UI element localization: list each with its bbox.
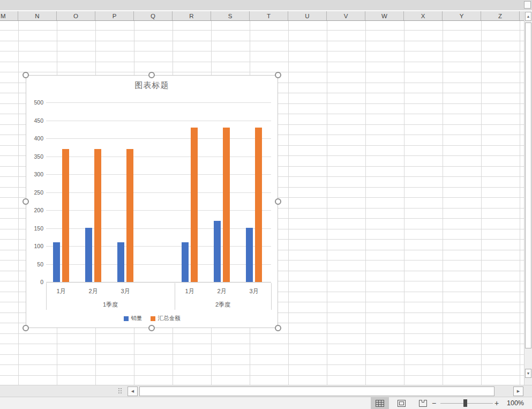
y-axis-tick-label[interactable]: 50 bbox=[26, 261, 43, 268]
y-gridline bbox=[46, 102, 271, 103]
page-layout-icon bbox=[398, 400, 406, 407]
bar-2-1[interactable] bbox=[62, 149, 69, 282]
column-header-x[interactable]: X bbox=[404, 11, 443, 20]
chart-legend[interactable]: 销量汇总金额 bbox=[26, 315, 278, 322]
resize-handle-n[interactable] bbox=[148, 72, 155, 78]
bar-1-4[interactable] bbox=[182, 242, 189, 282]
column-header-t[interactable]: T bbox=[250, 11, 288, 20]
vertical-split-handle[interactable] bbox=[524, 1, 531, 9]
column-header-p[interactable]: P bbox=[95, 11, 134, 20]
month-label[interactable]: 3月 bbox=[238, 287, 270, 295]
zoom-slider-thumb[interactable] bbox=[463, 399, 467, 407]
column-header-n[interactable]: N bbox=[18, 11, 57, 20]
scroll-up-button[interactable]: ▲ bbox=[525, 12, 531, 21]
column-header-v[interactable]: V bbox=[327, 11, 365, 20]
column-header-o[interactable]: O bbox=[57, 11, 95, 20]
y-gridline bbox=[46, 264, 271, 265]
column-header-w[interactable]: W bbox=[365, 11, 404, 20]
y-axis-tick-label[interactable]: 400 bbox=[26, 135, 43, 142]
grid-hline bbox=[0, 51, 524, 51]
y-gridline bbox=[46, 121, 271, 121]
bar-2-6[interactable] bbox=[255, 128, 262, 282]
grid-vline bbox=[443, 21, 443, 385]
sheet-tab-resize-grip[interactable] bbox=[118, 388, 123, 395]
scroll-left-icon: ◀ bbox=[131, 389, 134, 393]
column-header-y[interactable]: Y bbox=[443, 11, 481, 20]
bar-2-4[interactable] bbox=[191, 128, 198, 282]
column-header-u[interactable]: U bbox=[288, 11, 327, 20]
resize-handle-e[interactable] bbox=[275, 198, 281, 205]
scroll-down-icon: ▼ bbox=[527, 371, 530, 375]
zoom-out-button[interactable]: − bbox=[432, 397, 436, 409]
month-label[interactable]: 1月 bbox=[174, 287, 206, 295]
grid-vline bbox=[327, 21, 327, 385]
zoom-level-label[interactable]: 100% bbox=[501, 397, 529, 409]
resize-handle-se[interactable] bbox=[275, 325, 281, 331]
status-bar: − + 100% bbox=[0, 397, 532, 409]
view-page-break-button[interactable] bbox=[414, 397, 432, 409]
y-gridline bbox=[46, 228, 271, 229]
chart-object[interactable]: 图表标题 销量汇总金额 0501001502002503003504004505… bbox=[26, 75, 278, 328]
column-header-s[interactable]: S bbox=[211, 11, 250, 20]
column-header-q[interactable]: Q bbox=[134, 11, 173, 20]
legend-item-销量[interactable]: 销量 bbox=[124, 315, 143, 322]
grid-hline bbox=[0, 375, 524, 376]
legend-swatch bbox=[124, 316, 129, 321]
bar-1-3[interactable] bbox=[117, 242, 124, 282]
axis-group-separator bbox=[175, 283, 175, 310]
legend-label: 销量 bbox=[131, 315, 143, 322]
month-label[interactable]: 1月 bbox=[45, 287, 77, 295]
y-gridline bbox=[46, 157, 271, 157]
y-axis-tick-label[interactable]: 500 bbox=[26, 99, 43, 106]
y-axis-tick-label[interactable]: 0 bbox=[26, 278, 43, 286]
bar-1-1[interactable] bbox=[53, 242, 60, 282]
bar-2-3[interactable] bbox=[126, 149, 133, 282]
chart-title[interactable]: 图表标题 bbox=[26, 80, 278, 91]
y-axis-tick-label[interactable]: 100 bbox=[26, 242, 43, 250]
y-axis-tick-label[interactable]: 300 bbox=[26, 170, 43, 178]
grid-vline bbox=[520, 21, 520, 385]
scroll-right-button[interactable]: ▶ bbox=[513, 386, 523, 396]
grid-vline bbox=[18, 21, 19, 385]
resize-handle-s[interactable] bbox=[148, 325, 155, 331]
resize-handle-w[interactable] bbox=[23, 198, 29, 205]
bar-1-2[interactable] bbox=[85, 228, 92, 282]
bar-2-2[interactable] bbox=[94, 149, 101, 282]
y-axis-tick-label[interactable]: 450 bbox=[26, 117, 43, 124]
y-axis-tick-label[interactable]: 200 bbox=[26, 206, 43, 214]
grid-view-icon bbox=[376, 400, 384, 407]
column-header-r[interactable]: R bbox=[173, 11, 211, 20]
horizontal-scrollbar-thumb[interactable] bbox=[139, 386, 494, 396]
zoom-in-icon: + bbox=[494, 399, 499, 407]
zoom-in-button[interactable]: + bbox=[494, 397, 499, 409]
column-header-z[interactable]: Z bbox=[481, 11, 520, 20]
legend-item-汇总金额[interactable]: 汇总金额 bbox=[151, 315, 181, 322]
vertical-scrollbar[interactable]: ▲ ▼ bbox=[524, 11, 532, 385]
view-normal-button[interactable] bbox=[371, 397, 389, 409]
month-label[interactable]: 2月 bbox=[206, 287, 238, 295]
column-header-m[interactable]: M bbox=[0, 11, 18, 20]
resize-handle-ne[interactable] bbox=[275, 72, 281, 78]
y-axis-tick-label[interactable]: 350 bbox=[26, 153, 43, 160]
month-label[interactable]: 3月 bbox=[109, 287, 141, 295]
quarter-label[interactable]: 1季度 bbox=[46, 301, 175, 309]
resize-handle-sw[interactable] bbox=[23, 325, 29, 331]
grid-vline bbox=[481, 21, 482, 385]
y-axis-tick-label[interactable]: 150 bbox=[26, 225, 43, 232]
month-label[interactable]: 2月 bbox=[77, 287, 109, 295]
vertical-scrollbar-thumb[interactable] bbox=[525, 23, 531, 348]
grid-hline bbox=[0, 30, 524, 31]
bar-1-5[interactable] bbox=[214, 221, 221, 282]
view-page-layout-button[interactable] bbox=[392, 397, 410, 409]
scroll-left-button[interactable]: ◀ bbox=[128, 386, 138, 396]
resize-handle-nw[interactable] bbox=[23, 72, 29, 78]
grid-vline bbox=[365, 21, 366, 385]
y-axis-tick-label[interactable]: 250 bbox=[26, 189, 43, 196]
bar-2-5[interactable] bbox=[223, 128, 230, 282]
y-gridline bbox=[46, 174, 271, 175]
grid-hline bbox=[0, 41, 524, 41]
horizontal-scrollbar[interactable]: ◀ ▶ bbox=[0, 385, 532, 397]
scroll-down-button[interactable]: ▼ bbox=[525, 369, 531, 378]
bar-1-6[interactable] bbox=[246, 228, 253, 282]
quarter-label[interactable]: 2季度 bbox=[175, 301, 271, 309]
